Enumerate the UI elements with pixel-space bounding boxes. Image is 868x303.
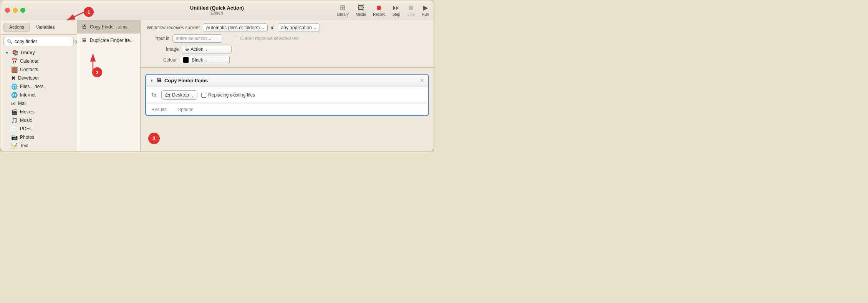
output-label: Output replaces selected text xyxy=(240,36,300,41)
output-checkbox[interactable] xyxy=(233,36,238,41)
chevron-down-icon: ⌄ xyxy=(313,26,316,30)
main-window: Untitled (Quick Action) Edited ⊞ Library… xyxy=(0,0,434,152)
sidebar-item-music[interactable]: 🎵 Music xyxy=(0,116,77,125)
card-app-icon: 🖥 xyxy=(156,77,162,84)
action-item-duplicate-finder[interactable]: 🖥 Duplicate Finder Ite... xyxy=(77,34,140,47)
sidebar-item-mail[interactable]: ✉ Mail xyxy=(0,99,77,108)
card-body: To: 🗂 Desktop ⌄ Replacing existing files xyxy=(146,87,428,103)
card-footer: Results Options xyxy=(146,103,428,115)
toolbar: ⊞ Library 🖼 Media ⏺ Record ⏭ Step ⏹ Stop… xyxy=(337,4,429,17)
mail-icon: ✉ xyxy=(11,100,16,107)
sidebar-item-label: Music xyxy=(20,118,32,123)
calendar-icon: 📅 xyxy=(11,58,18,64)
step-icon: ⏭ xyxy=(393,4,400,11)
destination-select[interactable]: 🗂 Desktop ⌄ xyxy=(161,90,197,100)
to-label: To: xyxy=(151,92,157,98)
input-select[interactable]: entire selection ⌄ xyxy=(172,34,222,43)
media-button[interactable]: 🖼 Media xyxy=(356,4,366,17)
sidebar-item-label: Internet xyxy=(20,92,36,98)
titlebar: Untitled (Quick Action) Edited ⊞ Library… xyxy=(0,0,434,20)
movies-icon: 🎬 xyxy=(11,109,18,115)
wf-row-receives: Workflow receives current Automatic (fil… xyxy=(147,23,427,32)
sidebar-item-label: Files...lders xyxy=(20,84,43,89)
image-value-text: Action xyxy=(190,47,203,52)
record-label: Record xyxy=(373,12,385,17)
library-root[interactable]: ▼ 📚 Library xyxy=(0,48,77,57)
wf-row-input: Input is entire selection ⌄ Output repla… xyxy=(147,34,427,43)
color-swatch xyxy=(183,57,189,63)
sidebar-item-label: Developer xyxy=(18,75,39,81)
results-tab[interactable]: Results xyxy=(146,105,172,114)
window-subtitle: Edited xyxy=(190,11,244,15)
run-button[interactable]: ▶ Run xyxy=(422,4,429,17)
search-icon: 🔍 xyxy=(7,39,13,44)
action-item-label: Duplicate Finder Ite... xyxy=(90,38,134,43)
sidebar-item-developer[interactable]: ✖ Developer xyxy=(0,74,77,82)
media-label: Media xyxy=(356,12,366,17)
sidebar-item-label: Movies xyxy=(20,109,35,115)
library-tree: ▼ 📚 Library 📅 Calendar 🟫 Contacts ✖ Deve… xyxy=(0,48,77,151)
input-label: Input is xyxy=(154,36,169,41)
sidebar-item-movies[interactable]: 🎬 Movies xyxy=(0,108,77,116)
sidebar-item-internet[interactable]: 🌐 Internet xyxy=(0,91,77,99)
record-icon: ⏺ xyxy=(376,4,383,11)
card-close-icon[interactable]: ✕ xyxy=(420,77,424,83)
sidebar-item-calendar[interactable]: 📅 Calendar xyxy=(0,57,77,65)
wf-row-image: Image ⊖ Action ⌄ xyxy=(147,45,427,53)
in-select[interactable]: any application ⌄ xyxy=(278,23,320,32)
maximize-button[interactable] xyxy=(20,8,25,13)
sidebar-item-files[interactable]: 🌐 Files...lders xyxy=(0,82,77,91)
tab-variables[interactable]: Variables xyxy=(30,23,60,32)
action-list-pane: 🖥 Copy Finder Items 🖥 Duplicate Finder I… xyxy=(77,20,141,151)
options-tab[interactable]: Options xyxy=(172,105,199,114)
in-label: in xyxy=(271,25,274,30)
pdfs-icon: 📄 xyxy=(11,126,18,132)
sidebar-item-utilities[interactable]: ✖ Utilities xyxy=(0,150,77,151)
chevron-down-icon: ⌄ xyxy=(191,93,194,97)
library-button[interactable]: ⊞ Library xyxy=(337,4,349,17)
contacts-icon: 🟫 xyxy=(11,67,18,73)
colour-select[interactable]: Black ⌄ xyxy=(180,56,230,64)
card-header: ▼ 🖥 Copy Finder Items ✕ xyxy=(146,75,428,87)
workflow-header: Workflow receives current Automatic (fil… xyxy=(141,20,434,68)
text-icon: 📝 xyxy=(11,143,18,149)
run-label: Run xyxy=(422,12,429,17)
title-area: Untitled (Quick Action) Edited xyxy=(190,5,244,15)
library-icon: 📚 xyxy=(12,50,18,56)
sidebar-item-label: Calendar xyxy=(20,58,39,64)
workflow-area: Workflow receives current Automatic (fil… xyxy=(141,20,434,151)
sidebar-item-label: PDFs xyxy=(20,126,31,132)
window-title: Untitled (Quick Action) xyxy=(190,5,244,11)
replacing-checkbox[interactable] xyxy=(201,93,206,98)
chevron-down-icon: ⌄ xyxy=(261,26,264,30)
input-placeholder: entire selection xyxy=(176,36,207,41)
sidebar-item-pdfs[interactable]: 📄 PDFs xyxy=(0,125,77,133)
tab-actions[interactable]: Actions xyxy=(3,23,30,32)
receives-select[interactable]: Automatic (files or folders) ⌄ xyxy=(203,23,268,32)
sidebar: Actions Variables 🔍 ⊗ ▼ 📚 Library 📅 Cale… xyxy=(0,20,77,151)
sidebar-item-label: Text xyxy=(20,143,28,148)
sidebar-item-text[interactable]: 📝 Text xyxy=(0,142,77,150)
image-select[interactable]: ⊖ Action ⌄ xyxy=(182,45,232,53)
music-icon: 🎵 xyxy=(11,117,18,123)
run-icon: ▶ xyxy=(423,4,428,11)
photos-icon: 📷 xyxy=(11,134,18,140)
library-label: Library xyxy=(21,50,35,55)
in-value: any application xyxy=(281,25,312,30)
collapse-icon[interactable]: ▼ xyxy=(150,78,154,83)
close-button[interactable] xyxy=(5,8,10,13)
colour-label: Colour xyxy=(163,57,177,63)
stop-button[interactable]: ⏹ Stop xyxy=(407,4,415,17)
image-value: ⊖ xyxy=(185,47,189,52)
replacing-checkbox-row: Replacing existing files xyxy=(201,92,255,98)
output-checkbox-area: Output replaces selected text xyxy=(233,36,300,41)
step-button[interactable]: ⏭ Step xyxy=(392,4,400,17)
content-row: Actions Variables 🔍 ⊗ ▼ 📚 Library 📅 Cale… xyxy=(0,20,434,151)
record-button[interactable]: ⏺ Record xyxy=(373,4,385,17)
destination-value: Desktop xyxy=(172,92,189,98)
minimize-button[interactable] xyxy=(13,8,18,13)
sidebar-item-photos[interactable]: 📷 Photos xyxy=(0,133,77,142)
action-item-copy-finder[interactable]: 🖥 Copy Finder Items xyxy=(77,20,140,34)
search-input[interactable] xyxy=(15,39,72,44)
sidebar-item-contacts[interactable]: 🟫 Contacts xyxy=(0,65,77,74)
